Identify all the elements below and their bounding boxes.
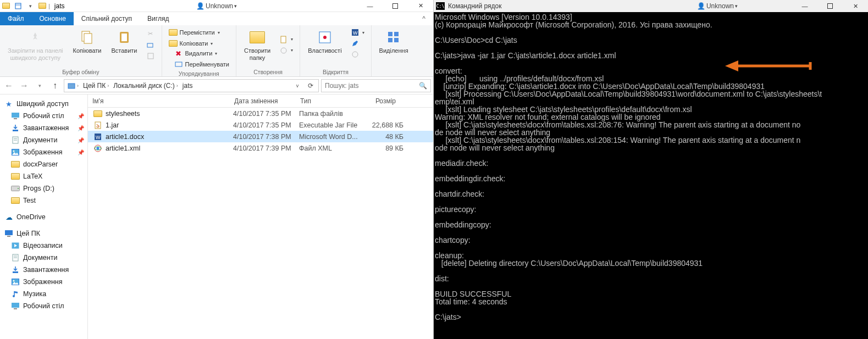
file-date: 4/10/2017 7:35 PM	[233, 110, 299, 118]
tab-view[interactable]: Вигляд	[140, 12, 176, 25]
cut-button[interactable]: ✂	[144, 29, 157, 39]
file-row[interactable]: 1.jar4/10/2017 7:35 PMExecutable Jar Fil…	[88, 119, 433, 131]
sidebar-item[interactable]: Робочий стіл📌	[1, 110, 86, 122]
downloads-icon	[11, 124, 20, 132]
sidebar-item[interactable]: Музика	[1, 288, 86, 300]
sidebar-item[interactable]: Робочий стіл	[1, 300, 86, 312]
col-name[interactable]: Ім'я	[88, 97, 230, 105]
svg-rect-24	[13, 130, 18, 131]
file-type: Executable Jar File	[299, 121, 360, 129]
qat-icon	[0, 0, 12, 12]
nav-recent-button[interactable]: ▾	[33, 79, 46, 92]
move-to-button[interactable]: Перемістити▾	[167, 27, 231, 37]
refresh-button[interactable]: ⟳	[304, 82, 317, 90]
qat-properties-icon[interactable]	[12, 0, 24, 12]
col-size[interactable]: Розмір	[356, 97, 400, 105]
paste-button[interactable]: Вставити	[108, 27, 140, 62]
svg-point-16	[352, 52, 358, 57]
sidebar-item-label: Зображення	[23, 278, 62, 286]
tab-home[interactable]: Основне	[32, 12, 74, 25]
nav-forward-button[interactable]: →	[18, 79, 31, 92]
folder-icon	[11, 196, 20, 205]
sidebar-this-pc[interactable]: Цей ПК	[1, 227, 86, 240]
file-row[interactable]: article1.xml4/10/2017 7:39 PMФайл XML89 …	[88, 142, 433, 154]
delete-button[interactable]: ✖Видалити▾	[172, 48, 231, 58]
pin-icon	[26, 29, 44, 46]
new-folder-button[interactable]: Створити папку	[241, 27, 274, 62]
svg-text:W: W	[353, 30, 358, 36]
file-type: Папка файлів	[299, 110, 360, 118]
open-icon: W	[351, 28, 360, 37]
new-item-button[interactable]: ▾	[277, 35, 295, 45]
rename-button[interactable]: Перейменувати	[172, 59, 231, 69]
copy-path-button[interactable]	[144, 40, 157, 50]
svg-rect-8	[148, 53, 153, 59]
star-icon: ★	[4, 99, 13, 108]
pin-to-quickaccess-button[interactable]: Закріпити на панелі швидкого доступу	[4, 27, 67, 62]
sidebar-item[interactable]: Зображення📌	[1, 146, 86, 158]
paste-shortcut-button[interactable]	[144, 51, 157, 61]
new-folder-icon	[248, 29, 266, 46]
nav-up-button[interactable]: ↑	[48, 79, 62, 92]
col-date[interactable]: Дата змінення	[230, 97, 296, 105]
svg-rect-18	[394, 32, 399, 36]
address-dropdown-button[interactable]: v	[291, 83, 304, 88]
ribbon-collapse-button[interactable]: ^	[414, 12, 433, 25]
search-input[interactable]	[325, 82, 419, 90]
minimize-button[interactable]: —	[357, 0, 383, 12]
qat-dropdown-icon[interactable]: ▾	[24, 0, 36, 12]
file-row[interactable]: stylesheets4/10/2017 7:35 PMПапка файлів	[88, 108, 433, 119]
select-button[interactable]: Виділення	[376, 27, 412, 55]
pin-icon: 📌	[78, 137, 84, 143]
breadcrumb-item[interactable]: jats	[180, 80, 195, 92]
user-icon: 👤	[196, 2, 204, 10]
sidebar-item[interactable]: Документи📌	[1, 134, 86, 146]
pin-icon: 📌	[78, 125, 84, 131]
close-button[interactable]: ✕	[843, 0, 868, 12]
nav-back-button[interactable]: ←	[2, 79, 15, 92]
minimize-button[interactable]: —	[792, 0, 817, 12]
file-date: 4/10/2017 7:38 PM	[233, 133, 299, 141]
ribbon-tabs: Файл Основне Спільний доступ Вигляд ^	[0, 12, 433, 25]
edit-button[interactable]	[349, 38, 367, 48]
file-type: Файл XML	[299, 145, 360, 152]
sidebar-item[interactable]: Завантаження📌	[1, 122, 86, 134]
sidebar-item[interactable]: Документи	[1, 252, 86, 264]
svg-rect-23	[14, 118, 17, 119]
breadcrumb-item[interactable]: Локальний диск (C:)›	[111, 80, 180, 92]
close-button[interactable]: ✕	[408, 0, 433, 12]
sidebar-item[interactable]: Test	[1, 194, 86, 207]
address-bar[interactable]: › Цей ПК› Локальний диск (C:)› jats v ⟳	[64, 79, 319, 92]
breadcrumb-root-icon[interactable]: ›	[65, 80, 81, 92]
sidebar-quick-access[interactable]: ★Швидкий доступ	[1, 98, 86, 110]
history-button[interactable]	[349, 49, 367, 59]
maximize-button[interactable]	[817, 0, 843, 12]
terminal-title: Командний рядок	[448, 2, 502, 10]
open-button[interactable]: W▾	[349, 27, 367, 37]
maximize-button[interactable]	[383, 0, 408, 12]
svg-rect-33	[7, 236, 10, 237]
sidebar-item[interactable]: Зображення	[1, 276, 86, 288]
properties-button[interactable]: Властивості	[305, 27, 345, 59]
sidebar-onedrive[interactable]: ☁OneDrive	[1, 211, 86, 223]
tab-share[interactable]: Спільний доступ	[74, 12, 140, 25]
sidebar-item[interactable]: Завантаження	[1, 264, 86, 276]
sidebar-item[interactable]: Progs (D:)	[1, 182, 86, 194]
sidebar-item[interactable]: docxParser	[1, 158, 86, 170]
terminal-body[interactable]: Microsoft Windows [Version 10.0.14393] (…	[434, 12, 868, 339]
rename-icon	[174, 60, 183, 69]
sidebar-item[interactable]: Відеозаписи	[1, 240, 86, 252]
col-type[interactable]: Тип	[296, 97, 356, 105]
easy-access-button[interactable]: ▾	[277, 46, 295, 55]
file-row[interactable]: Warticle1.docx4/10/2017 7:38 PMMicrosoft…	[88, 131, 433, 142]
copy-button[interactable]: Копіювати	[70, 27, 105, 62]
search-box[interactable]: 🔍	[321, 79, 431, 92]
downloads-icon	[11, 265, 20, 274]
tab-file[interactable]: Файл	[0, 12, 32, 25]
desktop-icon	[11, 112, 20, 120]
moveto-icon	[169, 28, 178, 37]
breadcrumb-item[interactable]: Цей ПК›	[81, 80, 111, 92]
sidebar-item-label: Завантаження	[23, 124, 69, 132]
copy-to-button[interactable]: Копіювати▾	[167, 38, 231, 48]
sidebar-item[interactable]: LaTeX	[1, 170, 86, 182]
